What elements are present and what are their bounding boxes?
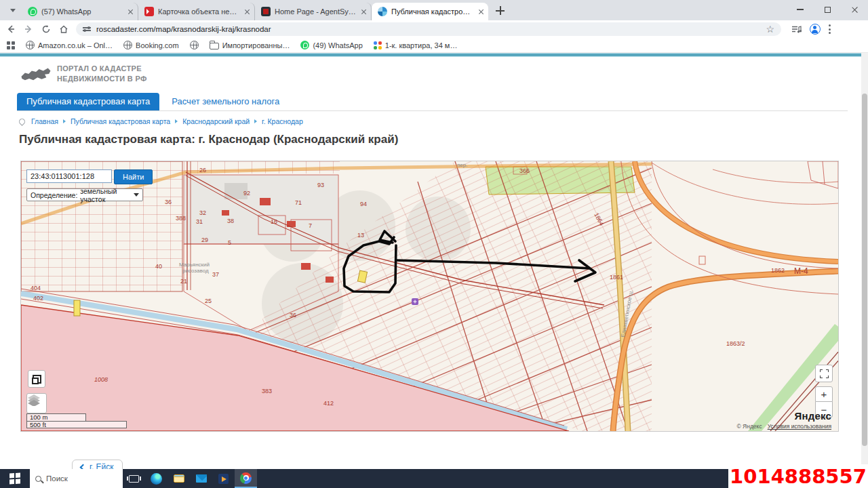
maximize-button[interactable] xyxy=(814,0,841,19)
map-parcel-label: рисозавод xyxy=(182,268,209,274)
home-button[interactable] xyxy=(58,24,69,35)
movies-button[interactable] xyxy=(212,469,235,488)
map-industrial-area xyxy=(184,175,338,244)
start-button[interactable] xyxy=(0,469,30,488)
tab-search-button[interactable] xyxy=(5,3,20,18)
cadastral-map[interactable]: 92937194167133632388313829526пер.366Марь… xyxy=(21,161,838,431)
breadcrumb-arrow-icon xyxy=(175,119,178,123)
map-parcel-label: 404 xyxy=(31,285,41,291)
bookmark-whatsapp[interactable]: (49) WhatsApp xyxy=(300,41,362,49)
map-container: 92937194167133632388313829526пер.366Марь… xyxy=(20,161,839,432)
edge-icon xyxy=(151,473,162,485)
terms-link[interactable]: Условия использования xyxy=(768,423,831,430)
scrollbar-thumb[interactable] xyxy=(862,94,867,446)
media-controls-icon[interactable] xyxy=(791,24,802,35)
tab-title: Карточка объекта недвижим… xyxy=(158,7,239,16)
reload-button[interactable] xyxy=(41,24,52,35)
map-parcel-label: пер. xyxy=(457,162,467,168)
map-parcel-label: 13 xyxy=(357,232,364,239)
find-button[interactable]: Найти xyxy=(114,169,153,184)
page-title: Публичная кадастровая карта: г. Краснода… xyxy=(19,133,398,146)
bookmark-apartment[interactable]: 1-к. квартира, 34 м… xyxy=(374,41,458,49)
crumb-city[interactable]: г. Краснодар xyxy=(262,117,303,125)
mail-icon xyxy=(196,474,207,483)
mail-button[interactable] xyxy=(190,469,212,488)
map-parcel-label: 383 xyxy=(262,388,272,394)
map-parcel-label: 93 xyxy=(317,182,324,188)
select-value: земельный участок xyxy=(80,187,131,203)
crumb-map[interactable]: Публичная кадастровая карта xyxy=(71,117,170,125)
breadcrumb-arrow-icon xyxy=(63,119,66,123)
pin-icon xyxy=(18,117,26,126)
map-parcel-label: 25 xyxy=(205,298,212,304)
tab-title: Home Page - AgentSystem xyxy=(275,7,356,16)
minimap-toggle-button[interactable] xyxy=(28,370,45,388)
browser-toolbar: roscadaster.com/map/krasnodarskij-kraj/k… xyxy=(0,20,868,38)
chrome-button[interactable] xyxy=(235,469,257,488)
bookmark-star-icon[interactable]: ☆ xyxy=(766,24,774,34)
fullscreen-button[interactable] xyxy=(815,365,833,382)
address-bar[interactable]: roscadaster.com/map/krasnodarskij-kraj/k… xyxy=(76,22,781,36)
zoom-in-button[interactable]: + xyxy=(815,386,833,402)
object-type-select[interactable]: Определение: земельный участок xyxy=(26,188,143,201)
yandex-logo[interactable]: Яндекс xyxy=(794,410,831,422)
tab-whatsapp[interactable]: (57) WhatsApp xyxy=(22,3,138,20)
fullscreen-icon xyxy=(820,369,829,378)
close-icon[interactable] xyxy=(127,8,134,15)
map-parcel-label: 36 xyxy=(165,199,172,205)
close-icon[interactable] xyxy=(243,8,250,15)
site-logo[interactable]: ПОРТАЛ О КАДАСТРЕ НЕДВИЖИМОСТИ В РФ xyxy=(20,64,147,84)
scale-metric: 100 m xyxy=(26,413,86,421)
tab-kartochka[interactable]: Карточка объекта недвижим… xyxy=(138,3,255,20)
map-parcel-label: 1008 xyxy=(94,376,108,383)
profile-avatar[interactable] xyxy=(810,24,821,35)
bookmark-label: Booking.com xyxy=(136,41,179,49)
map-parcel-label: 71 xyxy=(295,199,302,206)
bookmark-booking[interactable]: Booking.com xyxy=(123,41,179,49)
tab-agentsystem[interactable]: Home Page - AgentSystem xyxy=(255,3,372,20)
tab-title: (57) WhatsApp xyxy=(41,7,123,16)
chevron-down-icon xyxy=(10,9,16,12)
map-parcel-label: 92 xyxy=(243,190,250,197)
bookmark-imported-folder[interactable]: Импортированны… xyxy=(210,41,290,49)
site-settings-icon[interactable] xyxy=(83,27,91,30)
toolbar-actions xyxy=(791,24,831,35)
edge-button[interactable] xyxy=(145,469,167,488)
apps-grid-icon[interactable] xyxy=(7,41,15,49)
browser-menu-icon[interactable] xyxy=(829,24,831,34)
bookmark-site[interactable] xyxy=(190,41,199,49)
russia-map-icon xyxy=(20,64,52,84)
close-window-button[interactable] xyxy=(841,0,868,19)
nav-tab-public-map[interactable]: Публичная кадастровая карта xyxy=(17,93,159,110)
task-view-button[interactable] xyxy=(123,469,145,488)
bookmark-label: Импортированны… xyxy=(222,41,290,49)
map-parcel-label: 26 xyxy=(199,167,206,174)
map-parcel-label: 402 xyxy=(33,295,43,302)
map-scale: 100 m 500 ft xyxy=(26,413,127,428)
close-icon[interactable] xyxy=(477,8,484,15)
tab-cadastral-map[interactable]: Публичная кадастровая карта xyxy=(372,3,488,20)
new-tab-button[interactable] xyxy=(492,3,509,19)
minimize-button[interactable] xyxy=(787,0,814,19)
globe-icon xyxy=(26,41,35,49)
taskbar-search[interactable]: Поиск xyxy=(30,469,123,488)
crumb-region[interactable]: Краснодарский край xyxy=(182,117,250,125)
nav-tab-land-tax[interactable]: Расчет земельного налога xyxy=(169,93,282,110)
map-parcel-label: 1861 xyxy=(610,274,623,281)
forward-button[interactable] xyxy=(23,24,34,35)
globe-icon xyxy=(123,41,132,49)
map-parcel-label: М-4 xyxy=(794,266,808,276)
map-parcel-label: 388 xyxy=(176,215,186,222)
file-explorer-button[interactable] xyxy=(167,469,190,488)
cadastral-number-input[interactable] xyxy=(26,169,112,183)
layers-button[interactable] xyxy=(26,393,47,413)
browser-tabstrip: (57) WhatsApp Карточка объекта недвижим…… xyxy=(0,0,868,20)
crumb-home[interactable]: Главная xyxy=(31,117,58,125)
map-parcel-label: 21 xyxy=(180,278,187,285)
back-city-link[interactable]: г. Ейск xyxy=(72,460,123,469)
close-icon[interactable] xyxy=(360,8,367,15)
bookmark-amazon[interactable]: Amazon.co.uk – Onl… xyxy=(26,41,113,49)
realty-card-icon xyxy=(144,7,154,16)
file-explorer-icon xyxy=(174,474,184,483)
back-button[interactable] xyxy=(5,24,16,35)
